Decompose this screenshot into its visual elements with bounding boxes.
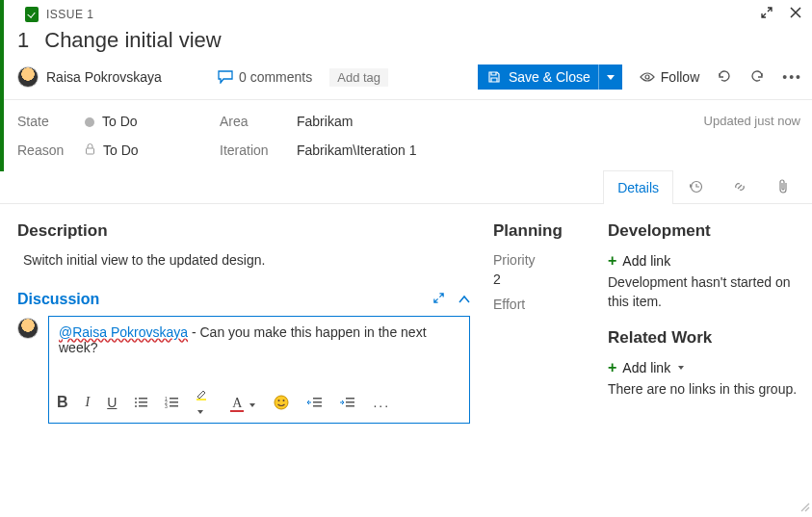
indent-button[interactable]: [340, 397, 355, 408]
svg-rect-10: [170, 398, 178, 400]
discussion-collapse-icon[interactable]: [458, 291, 470, 308]
rich-text-toolbar: B I U 123 A ...: [57, 388, 461, 417]
state-label: State: [17, 114, 85, 129]
tab-history[interactable]: [673, 169, 718, 203]
attachment-icon: [776, 179, 790, 194]
plus-icon: +: [608, 252, 616, 270]
avatar: [17, 318, 39, 339]
priority-value[interactable]: 2: [493, 271, 585, 287]
svg-rect-21: [313, 405, 322, 407]
issue-breadcrumb: ISSUE 1: [46, 8, 94, 21]
related-add-link[interactable]: + Add link: [608, 359, 800, 376]
save-icon: [487, 70, 501, 84]
highlight-button[interactable]: [196, 388, 213, 417]
svg-rect-19: [313, 398, 322, 400]
iteration-label: Iteration: [220, 142, 297, 158]
description-heading: Description: [17, 221, 470, 241]
discussion-expand-icon[interactable]: [432, 291, 445, 308]
follow-button[interactable]: Follow: [640, 69, 699, 85]
emoji-button[interactable]: [273, 394, 290, 411]
undo-icon[interactable]: [749, 68, 765, 87]
italic-button[interactable]: I: [86, 395, 91, 410]
body: Description Switch initial view to the u…: [0, 204, 812, 424]
underline-button[interactable]: U: [107, 395, 117, 410]
outdent-button[interactable]: [307, 397, 323, 408]
resize-grip-icon[interactable]: [799, 500, 810, 515]
font-color-button[interactable]: A: [230, 395, 255, 411]
svg-rect-8: [139, 405, 147, 407]
meta-section: State To Do Area Fabrikam Reason To Do I…: [0, 100, 812, 169]
window-topbar: ISSUE 1: [0, 0, 812, 24]
lock-icon: [85, 142, 95, 158]
state-value[interactable]: To Do: [85, 114, 220, 129]
refresh-icon[interactable]: [717, 68, 732, 87]
svg-point-0: [645, 75, 649, 79]
work-item-id: 1: [17, 28, 29, 53]
planning-heading: Planning: [493, 221, 585, 241]
title-row: 1 Change initial view: [0, 24, 812, 63]
svg-rect-22: [346, 398, 354, 400]
related-work-heading: Related Work: [608, 328, 800, 348]
svg-point-18: [283, 400, 285, 401]
svg-point-5: [135, 401, 137, 403]
chevron-down-icon: [678, 366, 684, 370]
iteration-value[interactable]: Fabrikam\Iteration 1: [297, 142, 528, 158]
eye-icon: [640, 71, 655, 83]
svg-point-7: [135, 405, 137, 407]
svg-rect-4: [139, 398, 147, 400]
tab-links[interactable]: [718, 169, 762, 203]
tab-details[interactable]: Details: [603, 170, 673, 204]
related-empty-text: There are no links in this group.: [608, 380, 800, 400]
svg-rect-6: [139, 401, 147, 403]
add-tag-button[interactable]: Add tag: [329, 68, 388, 87]
type-color-strip: [0, 0, 4, 171]
comment-icon: [218, 70, 233, 84]
assignee-name: Raisa Pokrovskaya: [46, 69, 162, 85]
maximize-icon[interactable]: [760, 6, 773, 22]
history-icon: [688, 179, 703, 194]
svg-text:3: 3: [165, 403, 168, 408]
priority-label: Priority: [493, 252, 585, 268]
svg-rect-15: [196, 399, 206, 401]
area-value[interactable]: Fabrikam: [297, 114, 528, 129]
assignee-picker[interactable]: Raisa Pokrovskaya: [17, 66, 200, 88]
save-and-close-button[interactable]: Save & Close: [478, 65, 622, 90]
bold-button[interactable]: B: [57, 394, 68, 411]
bullet-list-button[interactable]: [134, 397, 147, 408]
reason-value[interactable]: To Do: [85, 142, 220, 158]
comments-count[interactable]: 0 comments: [218, 69, 312, 85]
effort-label: Effort: [493, 297, 585, 312]
svg-point-3: [135, 398, 137, 400]
svg-rect-12: [170, 401, 178, 403]
tab-strip: Details: [0, 169, 812, 204]
updated-timestamp: Updated just now: [704, 114, 800, 158]
save-dropdown-caret[interactable]: [607, 75, 615, 80]
column-right: Development + Add link Development hasn'…: [608, 216, 800, 424]
area-label: Area: [220, 114, 297, 129]
tab-attachments[interactable]: [762, 169, 804, 203]
development-heading: Development: [608, 221, 800, 241]
svg-point-16: [275, 396, 288, 409]
mention[interactable]: @Raisa Pokrovskaya: [59, 324, 188, 340]
reason-label: Reason: [17, 142, 85, 158]
more-format-button[interactable]: ...: [373, 395, 390, 410]
svg-rect-20: [313, 401, 322, 403]
state-dot-icon: [85, 117, 94, 127]
discussion-row: @Raisa Pokrovskaya - Can you make this h…: [17, 316, 470, 424]
link-icon: [732, 179, 747, 194]
svg-rect-1: [87, 148, 94, 154]
close-icon[interactable]: [789, 6, 802, 22]
discussion-heading: Discussion: [17, 291, 470, 308]
development-add-link[interactable]: + Add link: [608, 252, 800, 270]
svg-rect-23: [346, 401, 354, 403]
svg-point-17: [278, 400, 280, 401]
more-actions-icon[interactable]: •••: [782, 69, 802, 85]
svg-rect-14: [170, 405, 178, 407]
toolbar: Raisa Pokrovskaya 0 comments Add tag Sav…: [0, 63, 812, 99]
discussion-editor[interactable]: @Raisa Pokrovskaya - Can you make this h…: [48, 316, 470, 424]
work-item-title[interactable]: Change initial view: [44, 28, 221, 53]
description-text[interactable]: Switch initial view to the updated desig…: [23, 252, 470, 268]
numbered-list-button[interactable]: 123: [165, 397, 178, 408]
issue-type-icon: [25, 7, 39, 22]
column-planning: Planning Priority 2 Effort: [493, 216, 585, 424]
